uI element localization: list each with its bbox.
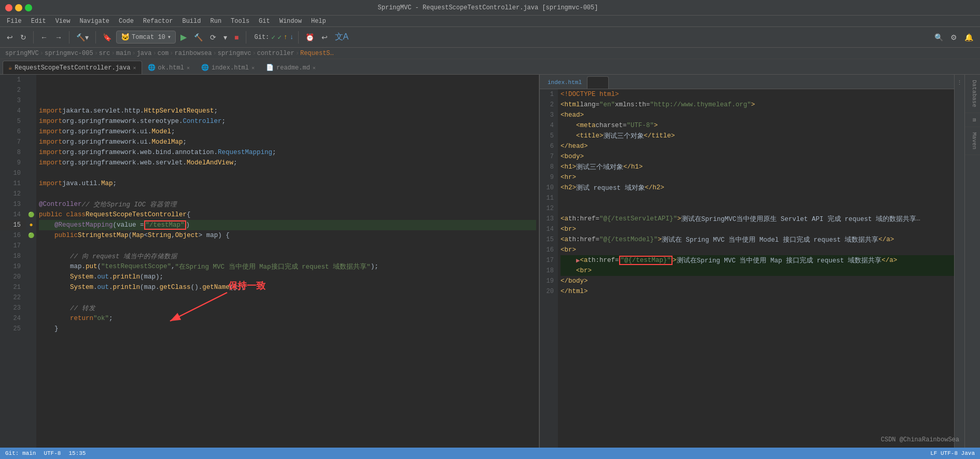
status-right: LF UTF-8 Java bbox=[930, 450, 975, 456]
line-gutter: 🟢 ● 🟢 bbox=[26, 75, 36, 459]
rcode-2: <html lang="en" xmlns:th="http://www.thy… bbox=[561, 100, 962, 110]
dropdown-btn[interactable]: ▾ bbox=[221, 32, 230, 43]
java-code-content[interactable]: import jakarta.servlet.http.HttpServletR… bbox=[36, 75, 539, 459]
ln9: 9 bbox=[0, 158, 26, 168]
far-right-database[interactable]: Database bbox=[965, 75, 980, 113]
history-btn[interactable]: ⏰ bbox=[303, 32, 317, 43]
notifications-btn[interactable]: 🔔 bbox=[962, 32, 976, 43]
menu-git[interactable]: Git bbox=[255, 17, 274, 26]
sidebar-more-icon[interactable]: ⋮ bbox=[955, 77, 965, 88]
run-button[interactable]: ▶ bbox=[178, 31, 189, 44]
close-button[interactable] bbox=[5, 4, 12, 11]
rcode-8: <h1>测试三个域对象</h1> bbox=[561, 162, 962, 172]
git-arrow-down: ↓ bbox=[290, 33, 294, 41]
ln15: 15 bbox=[0, 220, 26, 230]
tab-controller[interactable]: ☕ RequestScopeTestController.java ✕ bbox=[3, 61, 142, 74]
build-btn[interactable]: 🔨 bbox=[191, 32, 205, 43]
reload-btn[interactable]: ↻ bbox=[18, 32, 29, 43]
tab-ok-label: ok.html bbox=[158, 64, 184, 72]
tab-readme-close[interactable]: ✕ bbox=[313, 65, 316, 71]
ln19: 19 bbox=[0, 261, 26, 272]
tab-ok-close[interactable]: ✕ bbox=[187, 65, 190, 71]
rcode-13: <a th:href="@{/testServletAPI}">测试在Sprin… bbox=[561, 214, 962, 224]
bc-springmvc[interactable]: springMVC bbox=[5, 50, 39, 57]
watermark: CSDN @ChinaRainbowSea bbox=[881, 436, 959, 443]
gi8 bbox=[26, 147, 36, 158]
gi12 bbox=[26, 189, 36, 199]
gi14: 🟢 bbox=[26, 210, 36, 220]
menu-tools[interactable]: Tools bbox=[227, 17, 254, 26]
gi9 bbox=[26, 158, 36, 168]
rln9: 9 bbox=[540, 172, 558, 183]
status-encoding: UTF-8 bbox=[44, 450, 61, 456]
ln23: 23 bbox=[0, 303, 26, 313]
menu-view[interactable]: View bbox=[51, 17, 75, 26]
tomcat-selector[interactable]: 🐱 Tomcat 10 ▾ bbox=[116, 31, 176, 44]
bc-main[interactable]: main bbox=[116, 50, 131, 57]
ln13: 13 bbox=[0, 199, 26, 210]
code-line-12 bbox=[39, 189, 536, 199]
rln11: 11 bbox=[540, 193, 558, 203]
bc-com[interactable]: com bbox=[158, 50, 169, 57]
ln2: 2 bbox=[0, 85, 26, 95]
menu-help[interactable]: Help bbox=[307, 17, 330, 26]
stop-btn[interactable]: ■ bbox=[232, 32, 241, 43]
right-tab-active[interactable] bbox=[587, 76, 609, 89]
ln20: 20 bbox=[0, 272, 26, 282]
rln19: 19 bbox=[540, 276, 558, 286]
gi2 bbox=[26, 85, 36, 95]
gi6 bbox=[26, 127, 36, 137]
bookmarks-btn[interactable]: 🔖 bbox=[100, 32, 114, 43]
nav-back-btn[interactable]: ← bbox=[38, 32, 50, 43]
ln12: 12 bbox=[0, 189, 26, 199]
tab-index-close[interactable]: ✕ bbox=[251, 65, 255, 71]
rcode-17: ▶<a th:href="@{/testMap}">测试在Spring MVC … bbox=[561, 255, 962, 266]
code-line-10 bbox=[39, 168, 536, 178]
code-line-15: @RequestMapping(value = "/testMap") bbox=[39, 220, 536, 230]
tab-index[interactable]: 🌐 index.html ✕ bbox=[195, 61, 260, 74]
back-btn[interactable]: ↩ bbox=[4, 32, 16, 43]
bc-springmvc2[interactable]: springmvc bbox=[218, 50, 251, 57]
breadcrumb: springMVC › springmvc-005 › src › main ›… bbox=[0, 48, 980, 59]
title-bar: SpringMVC - RequestScopeTestController.j… bbox=[0, 0, 980, 16]
nav-forward-btn[interactable]: → bbox=[52, 32, 65, 43]
menu-window[interactable]: Window bbox=[275, 17, 306, 26]
gi7 bbox=[26, 137, 36, 147]
tab-index-label: index.html bbox=[212, 64, 249, 72]
rcode-15: <a th:href="@{/testModel}">测试在 Spring MV… bbox=[561, 234, 962, 245]
menu-code[interactable]: Code bbox=[115, 17, 138, 26]
rln13: 13 bbox=[540, 214, 558, 224]
search-everywhere-btn[interactable]: 🔍 bbox=[932, 32, 946, 43]
menu-navigate[interactable]: Navigate bbox=[75, 17, 114, 26]
html-code-content[interactable]: <!DOCTYPE html> <html lang="en" xmlns:th… bbox=[558, 89, 964, 459]
minimize-button[interactable] bbox=[15, 4, 22, 11]
tab-readme[interactable]: 📄 readme.md ✕ bbox=[260, 61, 321, 74]
code-line-22 bbox=[39, 293, 536, 303]
undo-btn[interactable]: ↩ bbox=[319, 32, 330, 43]
translate-btn[interactable]: 文A bbox=[332, 30, 352, 44]
code-line-14: public class RequestScopeTestController … bbox=[39, 210, 536, 220]
bc-src[interactable]: src bbox=[99, 50, 110, 57]
tab-controller-close[interactable]: ✕ bbox=[133, 65, 136, 71]
bc-java[interactable]: java bbox=[137, 50, 152, 57]
far-right-maven2[interactable]: Maven bbox=[965, 127, 980, 155]
maximize-button[interactable] bbox=[25, 4, 32, 11]
menu-build[interactable]: Build bbox=[178, 17, 205, 26]
menu-refactor[interactable]: Refactor bbox=[139, 17, 177, 26]
rcode-5: <title>测试三个对象</title> bbox=[561, 131, 962, 141]
ln25: 25 bbox=[0, 324, 26, 334]
bc-file[interactable]: RequestS… bbox=[300, 50, 334, 57]
bc-project[interactable]: springmvc-005 bbox=[45, 50, 93, 57]
menu-edit[interactable]: Edit bbox=[27, 17, 50, 26]
tab-ok[interactable]: 🌐 ok.html ✕ bbox=[142, 61, 195, 74]
settings-btn[interactable]: ⚙ bbox=[948, 32, 960, 43]
bc-rainbowsea[interactable]: rainbowsea bbox=[175, 50, 212, 57]
far-right-maven[interactable]: m bbox=[965, 113, 980, 128]
menu-run[interactable]: Run bbox=[206, 17, 226, 26]
bc-controller[interactable]: controller bbox=[257, 50, 295, 57]
build-dropdown[interactable]: 🔨▾ bbox=[74, 32, 91, 43]
right-tab-html[interactable]: index.html bbox=[542, 76, 587, 89]
menu-file[interactable]: File bbox=[3, 17, 26, 26]
right-sidebar: ⋮ bbox=[954, 75, 964, 459]
reload-config-btn[interactable]: ⟳ bbox=[207, 32, 219, 43]
